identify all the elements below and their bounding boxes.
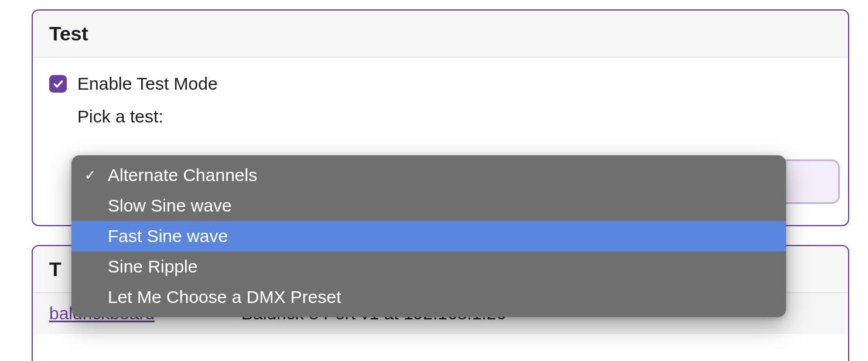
test-select-dropdown[interactable]: ✓ Alternate Channels Slow Sine wave Fast… — [71, 155, 786, 317]
test-panel-body: Enable Test Mode Pick a test: — [33, 57, 848, 127]
test-panel-title: Test — [49, 22, 832, 45]
check-icon: ✓ — [84, 167, 96, 183]
dropdown-option-label: Sine Ripple — [108, 257, 197, 277]
enable-test-mode-label: Enable Test Mode — [77, 74, 218, 94]
dropdown-option-label: Fast Sine wave — [108, 226, 228, 246]
enable-test-mode-checkbox[interactable] — [49, 75, 67, 93]
dropdown-option-slow-sine-wave[interactable]: Slow Sine wave — [71, 190, 786, 221]
dropdown-option-alternate-channels[interactable]: ✓ Alternate Channels — [71, 160, 786, 190]
test-panel-header: Test — [33, 11, 848, 57]
dropdown-option-label: Let Me Choose a DMX Preset — [108, 287, 341, 307]
pick-a-test-label: Pick a test: — [77, 107, 832, 127]
dropdown-option-label: Alternate Channels — [108, 165, 257, 185]
dropdown-option-label: Slow Sine wave — [108, 196, 232, 216]
dropdown-option-dmx-preset[interactable]: Let Me Choose a DMX Preset — [71, 282, 786, 312]
dropdown-option-sine-ripple[interactable]: Sine Ripple — [71, 251, 786, 282]
check-icon — [52, 78, 64, 90]
dropdown-option-fast-sine-wave[interactable]: Fast Sine wave — [71, 221, 786, 251]
enable-test-mode-row: Enable Test Mode — [49, 74, 832, 94]
